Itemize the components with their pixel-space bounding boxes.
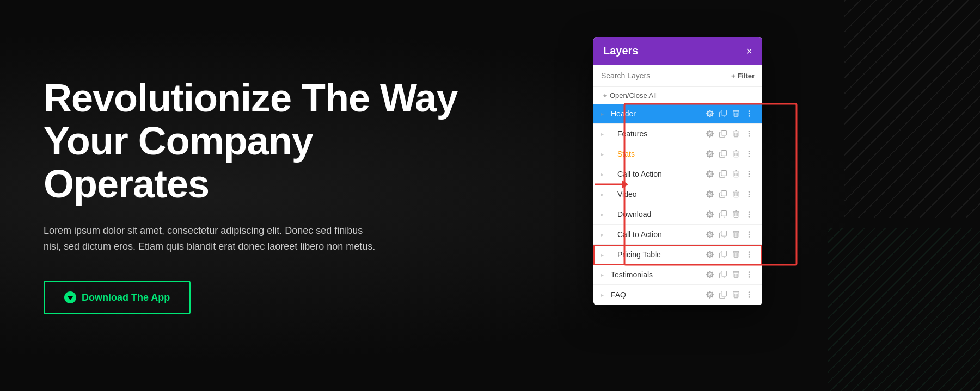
layer-actions [705, 129, 755, 139]
layer-actions [705, 189, 755, 199]
svg-point-5 [749, 135, 750, 137]
layer-name: Header [611, 109, 705, 118]
layer-actions [705, 209, 755, 219]
layer-more-button[interactable] [744, 270, 755, 280]
layer-item-video[interactable]: ▸Video [593, 184, 762, 204]
layers-search-input[interactable] [601, 71, 727, 80]
layer-item-header[interactable]: ▸Header [593, 104, 762, 124]
layer-duplicate-button[interactable] [718, 290, 728, 300]
svg-point-25 [749, 274, 750, 276]
layer-duplicate-button[interactable] [718, 109, 728, 119]
layer-duplicate-button[interactable] [718, 209, 728, 219]
layer-more-button[interactable] [744, 290, 755, 300]
layer-duplicate-button[interactable] [718, 229, 728, 239]
layer-settings-button[interactable] [705, 229, 715, 239]
layer-expand-arrow: ▸ [601, 232, 607, 237]
layer-delete-button[interactable] [731, 209, 742, 219]
svg-point-13 [749, 194, 750, 195]
layer-duplicate-button[interactable] [718, 169, 728, 179]
filter-label: + Filter [731, 72, 755, 80]
layer-settings-button[interactable] [705, 209, 715, 219]
layer-name: Pricing Table [611, 250, 705, 259]
svg-point-10 [749, 173, 750, 175]
layer-settings-button[interactable] [705, 290, 715, 300]
layer-item-pricing-table[interactable]: ▸Pricing Table [593, 245, 762, 265]
layer-settings-button[interactable] [705, 129, 715, 139]
svg-point-12 [749, 191, 750, 193]
layer-more-button[interactable] [744, 229, 755, 239]
svg-point-20 [749, 236, 750, 238]
svg-point-18 [749, 231, 750, 233]
svg-point-24 [749, 271, 750, 273]
layer-delete-button[interactable] [731, 129, 742, 139]
layer-item-call-to-action-2[interactable]: ▸Call to Action [593, 225, 762, 245]
layer-more-button[interactable] [744, 189, 755, 199]
layer-expand-arrow: ▸ [601, 151, 607, 157]
layers-close-button[interactable]: × [746, 46, 752, 57]
layer-more-button[interactable] [744, 149, 755, 159]
svg-point-23 [749, 256, 750, 258]
layer-actions [705, 290, 755, 300]
layer-settings-button[interactable] [705, 250, 715, 259]
layer-delete-button[interactable] [731, 189, 742, 199]
svg-point-16 [749, 214, 750, 215]
svg-point-8 [749, 156, 750, 157]
layer-item-testimonials[interactable]: ▸Testimonials [593, 265, 762, 285]
layer-delete-button[interactable] [731, 169, 742, 179]
download-icon [64, 291, 76, 303]
layer-duplicate-button[interactable] [718, 189, 728, 199]
svg-point-19 [749, 234, 750, 235]
layer-item-call-to-action-1[interactable]: ▸Call to Action [593, 164, 762, 184]
layer-delete-button[interactable] [731, 109, 742, 119]
svg-point-26 [749, 276, 750, 278]
layer-duplicate-button[interactable] [718, 129, 728, 139]
layer-actions [705, 149, 755, 159]
layer-duplicate-button[interactable] [718, 250, 728, 259]
layer-settings-button[interactable] [705, 169, 715, 179]
layer-delete-button[interactable] [731, 229, 742, 239]
layer-name: Features [611, 129, 705, 138]
layer-settings-button[interactable] [705, 149, 715, 159]
svg-point-9 [749, 171, 750, 172]
deco-lines-bottom-right [828, 228, 980, 391]
layer-delete-button[interactable] [731, 149, 742, 159]
open-close-all[interactable]: Open/Close All [593, 87, 762, 104]
layer-settings-button[interactable] [705, 189, 715, 199]
layer-more-button[interactable] [744, 209, 755, 219]
layer-more-button[interactable] [744, 250, 755, 259]
layer-settings-button[interactable] [705, 270, 715, 280]
layer-more-button[interactable] [744, 109, 755, 119]
layer-actions [705, 109, 755, 119]
layer-delete-button[interactable] [731, 270, 742, 280]
layers-search-bar: + Filter [593, 65, 762, 87]
svg-point-1 [749, 113, 750, 115]
layer-item-features[interactable]: ▸Features [593, 124, 762, 144]
layer-name: Testimonials [611, 270, 705, 279]
layer-name: Stats [611, 150, 705, 158]
layer-settings-button[interactable] [705, 109, 715, 119]
layer-delete-button[interactable] [731, 250, 742, 259]
layer-item-stats[interactable]: ▸Stats [593, 144, 762, 164]
layer-name: Download [611, 210, 705, 219]
svg-point-21 [749, 251, 750, 253]
deco-lines-top-right [806, 0, 980, 218]
download-cta-button[interactable]: Download The App [44, 281, 191, 314]
layer-more-button[interactable] [744, 129, 755, 139]
layer-duplicate-button[interactable] [718, 270, 728, 280]
svg-point-0 [749, 110, 750, 112]
svg-point-14 [749, 196, 750, 197]
svg-point-17 [749, 216, 750, 218]
layer-delete-button[interactable] [731, 290, 742, 300]
layer-expand-arrow: ▸ [601, 191, 607, 197]
layers-filter-button[interactable]: + Filter [731, 72, 755, 80]
layer-expand-arrow: ▸ [601, 212, 607, 217]
layer-name: Call to Action [611, 170, 705, 178]
layer-duplicate-button[interactable] [718, 149, 728, 159]
open-close-all-label: Open/Close All [610, 91, 657, 100]
svg-point-6 [749, 151, 750, 152]
svg-point-15 [749, 211, 750, 213]
layer-item-download[interactable]: ▸Download [593, 204, 762, 225]
layer-more-button[interactable] [744, 169, 755, 179]
layer-name: Video [611, 190, 705, 198]
layer-item-faq[interactable]: ▸FAQ [593, 285, 762, 305]
